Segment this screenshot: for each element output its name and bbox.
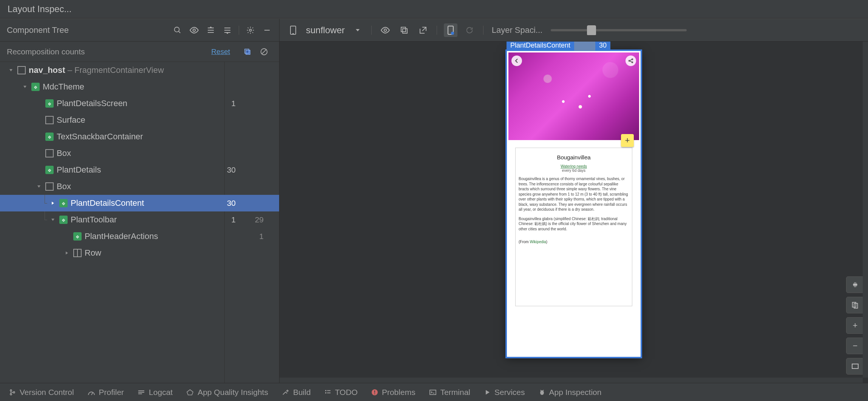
reset-link[interactable]: Reset bbox=[211, 48, 230, 56]
status-problems[interactable]: Problems bbox=[371, 388, 415, 397]
tree-row-row[interactable]: Row bbox=[0, 245, 279, 261]
svg-point-33 bbox=[632, 62, 633, 63]
plant-title: Bougainvillea bbox=[519, 154, 629, 160]
export-icon[interactable] bbox=[416, 23, 430, 37]
svg-marker-18 bbox=[23, 86, 26, 88]
status-terminal[interactable]: Terminal bbox=[429, 388, 470, 397]
search-icon[interactable] bbox=[171, 23, 184, 37]
status-build[interactable]: Build bbox=[282, 388, 311, 397]
svg-point-40 bbox=[10, 393, 12, 395]
add-fab[interactable]: + bbox=[621, 134, 634, 147]
separator bbox=[371, 26, 372, 35]
status-logcat[interactable]: Logcat bbox=[137, 388, 173, 397]
svg-point-26 bbox=[384, 29, 386, 31]
svg-rect-44 bbox=[138, 392, 144, 393]
plant-description-2: Bougainvillea glabra (simplified Chinese… bbox=[519, 216, 629, 232]
tree-row-plantdetailsscreen[interactable]: ⟐PlantDetailsScreen1 bbox=[0, 95, 279, 112]
horizontal-scrollbar[interactable] bbox=[280, 378, 863, 383]
svg-rect-27 bbox=[401, 27, 406, 32]
minimize-icon[interactable] bbox=[260, 23, 274, 37]
svg-rect-50 bbox=[327, 392, 331, 393]
vertical-scrollbar[interactable] bbox=[863, 42, 868, 378]
visibility-icon[interactable] bbox=[187, 23, 201, 37]
row-node-icon bbox=[73, 249, 82, 257]
svg-point-2 bbox=[193, 29, 196, 31]
svg-point-11 bbox=[249, 29, 252, 31]
status-app-inspection[interactable]: App Inspection bbox=[539, 388, 602, 397]
refresh-icon bbox=[463, 23, 476, 37]
layout-node-icon bbox=[45, 182, 54, 191]
status-profiler[interactable]: Profiler bbox=[88, 388, 124, 397]
tree-row-plantdetailscontent[interactable]: ⟐PlantDetailsContent30 bbox=[0, 195, 279, 211]
tree-row-box[interactable]: Box bbox=[0, 178, 279, 195]
watering-frequency: every 6d days bbox=[519, 168, 629, 173]
pan-icon[interactable] bbox=[846, 276, 864, 293]
svg-point-41 bbox=[13, 392, 15, 393]
wikipedia-link[interactable]: Wikipedia bbox=[530, 240, 546, 244]
svg-rect-43 bbox=[138, 390, 144, 391]
block-icon[interactable] bbox=[257, 45, 271, 59]
chevron-right-icon[interactable] bbox=[49, 201, 56, 205]
collapse-all-icon[interactable] bbox=[221, 23, 234, 37]
chevron-down-icon[interactable] bbox=[8, 68, 14, 72]
component-tree[interactable]: nav_host – FragmentContainerView⟐MdcThem… bbox=[0, 62, 279, 383]
layout-preview-canvas[interactable]: PlantDetailsContent 30 bbox=[280, 42, 868, 383]
snapshot-icon[interactable] bbox=[397, 23, 411, 37]
plant-description-1: Bougainvillea is a genus of thorny ornam… bbox=[519, 176, 629, 212]
tree-row-plantheaderactions[interactable]: ⟐PlantHeaderActions1 bbox=[0, 228, 279, 245]
copy-icon[interactable] bbox=[241, 45, 254, 59]
panel-title: Component Tree bbox=[7, 25, 169, 35]
status-todo[interactable]: TODO bbox=[324, 388, 358, 397]
device-icon[interactable] bbox=[286, 23, 300, 37]
chevron-down-icon[interactable] bbox=[36, 184, 42, 189]
device-dropdown-chevron-icon[interactable] bbox=[351, 23, 364, 37]
svg-point-39 bbox=[10, 390, 12, 391]
svg-line-34 bbox=[630, 60, 632, 61]
svg-rect-48 bbox=[327, 390, 331, 391]
tree-row-surface[interactable]: Surface bbox=[0, 112, 279, 128]
expand-all-icon[interactable] bbox=[204, 23, 218, 37]
status-services[interactable]: Services bbox=[484, 388, 525, 397]
status-version-control[interactable]: Version Control bbox=[9, 388, 74, 397]
tree-row-mdctheme[interactable]: ⟐MdcTheme bbox=[0, 79, 279, 95]
zoom-out-icon[interactable]: − bbox=[846, 338, 864, 354]
live-updates-icon[interactable] bbox=[444, 23, 457, 37]
tree-row-planttoolbar[interactable]: ⟐PlantToolbar129 bbox=[0, 211, 279, 228]
svg-rect-3 bbox=[208, 28, 214, 28]
layer-spacing-slider[interactable] bbox=[551, 29, 687, 31]
svg-rect-38 bbox=[852, 364, 858, 369]
tree-row-plantdetails[interactable]: ⟐PlantDetails30 bbox=[0, 162, 279, 178]
slider-thumb[interactable] bbox=[587, 25, 596, 35]
tree-row-textsnackbarcontainer[interactable]: ⟐TextSnackbarContainer bbox=[0, 128, 279, 145]
tree-row-nav_host[interactable]: nav_host – FragmentContainerView bbox=[0, 62, 279, 79]
recomposition-count: 30 bbox=[221, 199, 236, 208]
svg-rect-47 bbox=[325, 390, 326, 391]
svg-point-32 bbox=[629, 60, 630, 62]
back-icon[interactable] bbox=[511, 56, 522, 66]
tree-row-box[interactable]: Box bbox=[0, 145, 279, 162]
svg-line-59 bbox=[543, 390, 544, 391]
svg-point-31 bbox=[632, 59, 633, 60]
chevron-right-icon[interactable] bbox=[63, 251, 70, 255]
fit-screen-icon[interactable] bbox=[846, 358, 864, 375]
svg-marker-22 bbox=[66, 251, 68, 254]
chevron-down-icon[interactable] bbox=[49, 217, 56, 222]
view-visibility-icon[interactable] bbox=[378, 23, 392, 37]
svg-point-30 bbox=[451, 32, 454, 35]
svg-marker-10 bbox=[226, 33, 229, 34]
status-app-quality[interactable]: App Quality Insights bbox=[186, 388, 268, 397]
gear-icon[interactable] bbox=[244, 23, 257, 37]
compose-node-icon: ⟐ bbox=[73, 232, 82, 241]
layers-icon[interactable] bbox=[846, 297, 864, 313]
share-icon[interactable] bbox=[626, 56, 636, 66]
recomposition-count: 1 bbox=[221, 99, 236, 108]
separator bbox=[239, 26, 239, 35]
compose-node-icon: ⟐ bbox=[45, 99, 54, 108]
svg-rect-23 bbox=[290, 26, 296, 34]
device-name-label[interactable]: sunflower bbox=[306, 25, 345, 35]
source-attribution: (From Wikipedia) bbox=[519, 240, 629, 244]
chevron-down-icon[interactable] bbox=[22, 85, 28, 89]
tool-window-title: Layout Inspec... bbox=[0, 0, 868, 19]
svg-marker-20 bbox=[52, 202, 54, 205]
zoom-in-icon[interactable]: + bbox=[846, 317, 864, 334]
